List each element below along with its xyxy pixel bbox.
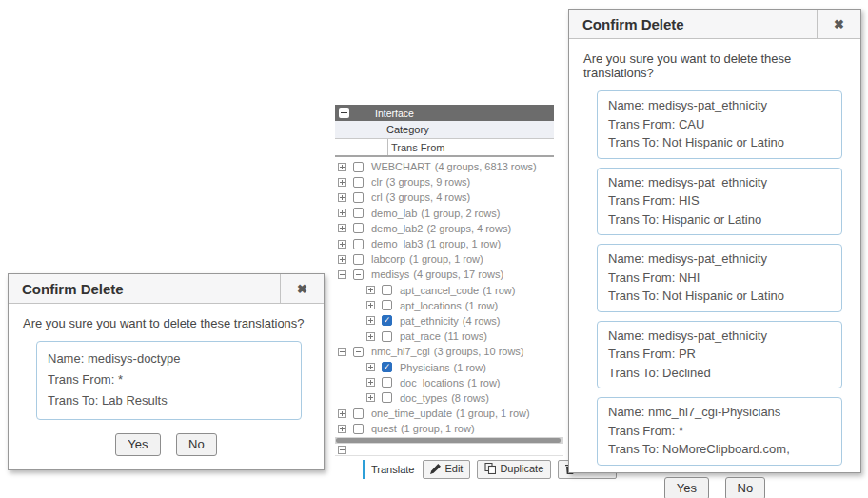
translation-to-line: Trans To: NoMoreClipboard.com, [608,440,831,459]
collapse-icon[interactable] [338,446,346,454]
tree-row-doc_types[interactable]: doc_types(8 rows) [335,390,563,406]
close-icon: ✖ [297,282,307,296]
tree-row-apt_cancel_code[interactable]: apt_cancel_code(1 row) [335,283,563,298]
tree-item-label: quest [371,423,397,434]
tree-row-physicians[interactable]: ✓Physicians(1 row) [335,359,563,374]
category-column-header[interactable]: Category [335,121,554,139]
tab-translate[interactable]: Translate [371,464,414,475]
tree-item-count: (1 group, 2 rows) [421,208,500,219]
close-button[interactable]: ✖ [817,10,860,38]
scrollbar-thumb[interactable] [336,438,561,443]
edit-button[interactable]: Edit [423,460,470,479]
tree-row-pat_ethnicity[interactable]: ✓pat_ethnicity(4 rows) [335,313,563,329]
tree-row-apt_locations[interactable]: apt_locations(1 row) [335,298,563,313]
tree-row-labcorp[interactable]: labcorp(1 group, 1 row) [335,251,563,267]
dialog-titlebar: Confirm Delete ✖ [569,10,860,39]
checkbox-unchecked[interactable] [353,254,364,265]
duplicate-button[interactable]: Duplicate [477,460,551,479]
dialog-body: Are you sure you want to delete these tr… [9,304,324,456]
tree-item-count: (1 group, 1 row) [401,423,475,434]
checkbox-checked[interactable]: ✓ [382,315,392,326]
tree-row-one_time_update[interactable]: one_time_update(1 group, 1 row) [335,406,563,421]
expand-icon[interactable] [338,255,346,264]
tree-row-clr[interactable]: clr(3 groups, 9 rows) [335,174,563,189]
expand-icon[interactable] [338,224,346,232]
tree-item-label: medisys [371,269,409,280]
tree-item-count: (3 groups, 4 rows) [386,191,471,203]
checkbox-unchecked[interactable] [353,208,364,218]
checkbox-unchecked[interactable] [353,162,364,172]
tree-row-quest[interactable]: quest(1 group, 1 row) [335,421,563,436]
interface-tree-panel: Interface Category Trans From WEBCHART(4… [335,105,563,482]
checkbox-unchecked[interactable] [382,377,392,388]
panel-header-title: Interface [375,108,414,119]
checkbox-unchecked[interactable] [382,331,392,342]
tree-item-label: one_time_update [371,408,452,419]
checkbox-unchecked[interactable] [353,177,364,188]
expand-icon[interactable] [338,240,346,249]
confirm-prompt: Are you sure you want to delete these tr… [583,51,846,80]
no-button[interactable]: No [176,433,217,456]
close-button[interactable]: ✖ [280,274,324,303]
expand-icon[interactable] [338,409,346,418]
translation-item: Name: medisys-pat_ethnicity Trans From: … [597,244,842,312]
dialog-title: Confirm Delete [569,10,817,38]
tree-item-label: demo_lab2 [371,223,423,234]
checkbox-unchecked[interactable] [353,424,364,434]
tree-item-label: demo_lab3 [371,238,423,249]
expand-icon[interactable] [338,209,346,217]
confirm-prompt: Are you sure you want to delete these tr… [23,316,309,330]
tree-row-crl[interactable]: crl(3 groups, 4 rows) [335,189,563,205]
copy-icon [484,463,496,474]
tree-row-webchart[interactable]: WEBCHART(4 groups, 6813 rows) [335,159,563,174]
collapse-icon[interactable] [338,348,346,356]
checkbox-indeterminate[interactable] [353,269,364,280]
no-button[interactable]: No [725,477,766,498]
tree-item-label: clr [371,176,383,188]
tree-row-demo_lab2[interactable]: demo_lab2(2 groups, 4 rows) [335,221,563,236]
checkbox-unchecked[interactable] [382,392,392,403]
expand-icon[interactable] [366,301,375,309]
checkbox-indeterminate[interactable] [353,347,364,357]
translation-name-line: Name: nmc_hl7_cgi-Physicians [608,403,831,422]
expand-icon[interactable] [338,178,346,187]
expand-icon[interactable] [338,425,346,433]
tree-row-demo_lab[interactable]: demo_lab(1 group, 2 rows) [335,206,563,221]
yes-button[interactable]: Yes [115,433,160,456]
tree-row-medisys[interactable]: medisys(4 groups, 17 rows) [335,267,563,282]
collapse-icon[interactable] [338,270,346,279]
tree-item-count: (1 row) [465,300,498,311]
yes-button[interactable]: Yes [664,477,709,498]
horizontal-scrollbar[interactable] [335,437,563,444]
expand-icon[interactable] [366,316,375,325]
expand-icon[interactable] [366,363,375,371]
checkbox-unchecked[interactable] [382,300,392,310]
collapse-all-icon[interactable] [339,108,349,118]
translation-from-line: Trans From: HIS [608,191,831,210]
translation-item: Name: medisys-doctype Trans From: * Tran… [36,341,302,420]
tree-item-count: (1 group, 1 row) [426,238,501,249]
tree-row-nmc_hl7_cgi[interactable]: nmc_hl7_cgi(3 groups, 10 rows) [335,344,563,359]
expand-icon[interactable] [366,286,375,294]
expand-icon[interactable] [366,378,375,387]
panel-header: Interface [335,105,554,121]
trans-from-column-header[interactable]: Trans From [335,139,554,157]
checkbox-unchecked[interactable] [353,223,364,233]
checkbox-unchecked[interactable] [353,239,364,249]
tree-item-count: (11 rows) [444,330,487,342]
checkbox-unchecked[interactable] [382,285,392,295]
tree-row-demo_lab3[interactable]: demo_lab3(1 group, 1 row) [335,236,563,251]
expand-icon[interactable] [338,163,346,171]
translation-item: Name: medisys-pat_ethnicity Trans From: … [597,90,842,159]
expand-icon[interactable] [366,332,375,341]
tree-item-label: demo_lab [371,208,417,219]
checkbox-checked[interactable]: ✓ [382,362,392,372]
checkbox-unchecked[interactable] [353,192,364,203]
tree-item-label: doc_types [400,392,447,404]
expand-icon[interactable] [366,393,375,402]
checkbox-unchecked[interactable] [353,408,364,419]
tree-row-doc_locations[interactable]: doc_locations(1 row) [335,375,563,390]
translation-item: Name: medisys-pat_ethnicity Trans From: … [597,321,842,389]
expand-icon[interactable] [338,193,346,202]
tree-row-pat_race[interactable]: pat_race(11 rows) [335,329,563,344]
